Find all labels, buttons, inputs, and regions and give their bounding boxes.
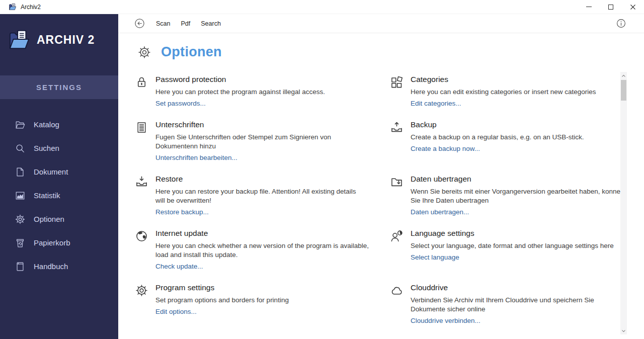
option-title: Restore (155, 175, 356, 184)
sidebar-item-papierkorb[interactable]: Papierkorb (0, 231, 118, 255)
sidebar-item-optionen[interactable]: Optionen (0, 207, 118, 231)
option-card-restore: Restore Here you can restore your backup… (135, 174, 390, 228)
option-card-password-protection: Password protection Here you can protect… (135, 74, 390, 119)
minimize-button[interactable] (578, 0, 600, 14)
sidebar-item-label: Optionen (34, 215, 64, 223)
option-title: Language settings (411, 229, 614, 238)
option-description: Set program options and borders for prin… (155, 296, 289, 305)
sidebar-item-suchen[interactable]: Suchen (0, 136, 118, 160)
sidebar-item-katalog[interactable]: Katalog (0, 113, 118, 136)
sidebar-item-label: Suchen (34, 144, 59, 152)
gear-icon (135, 284, 148, 297)
back-button[interactable] (134, 18, 145, 29)
title-bar: Archiv2 (0, 0, 644, 14)
option-title: Categories (411, 75, 596, 84)
globe-icon (135, 229, 148, 243)
backup-tray-up-icon (390, 121, 404, 134)
option-title: Unterschriften (155, 120, 331, 129)
info-button[interactable] (616, 18, 626, 29)
page-header: Optionen (137, 44, 644, 60)
sidebar-item-label: Papierkorb (34, 238, 70, 247)
scrollbar-down-button[interactable] (620, 327, 627, 334)
toolbar-item-search[interactable]: Search (201, 20, 221, 27)
edit-options-link[interactable]: Edit options... (155, 308, 197, 315)
sidebar-nav: Katalog Suchen Dokument Statistik Option… (0, 113, 118, 278)
option-description: Fugen Sie Unterschriften oder Stempel zu… (155, 133, 331, 151)
option-card-unterschriften: Unterschriften Fugen Sie Unterschriften … (135, 119, 390, 174)
option-description: Select your language, date format and ot… (411, 241, 614, 250)
sidebar-section-label: SETTINGS (36, 83, 82, 92)
option-title: Backup (411, 120, 584, 129)
page-title: Optionen (161, 44, 222, 60)
set-passwords-link[interactable]: Set passwords... (155, 100, 206, 107)
scrollbar-thumb[interactable] (621, 80, 626, 101)
categories-icon (390, 75, 404, 89)
search-icon (15, 143, 26, 154)
lock-icon (135, 75, 148, 89)
maximize-button[interactable] (600, 0, 622, 14)
scrollbar-up-button[interactable] (620, 72, 627, 79)
option-description: Here you can check whether a new version… (155, 241, 369, 260)
sidebar-item-handbuch[interactable]: Handbuch (0, 255, 118, 278)
edit-categories-link[interactable]: Edit categories... (411, 100, 461, 107)
option-title: Password protection (155, 75, 325, 84)
signature-document-icon (135, 121, 148, 134)
create-backup-link[interactable]: Create a backup now... (411, 145, 480, 152)
clouddrive-verbinden-link[interactable]: Clouddrive verbinden... (411, 317, 480, 324)
option-card-language-settings: Language settings Select your language, … (390, 228, 629, 282)
minimize-icon (586, 7, 592, 7)
folder-open-icon (15, 119, 26, 130)
app-logo-text: ARCHIV 2 (37, 33, 95, 47)
book-icon (15, 261, 26, 272)
option-title: Daten ubertragen (411, 175, 624, 184)
sidebar-item-label: Katalog (34, 120, 59, 129)
option-title: Clouddrive (411, 283, 594, 292)
toolbar-item-pdf[interactable]: Pdf (181, 20, 191, 27)
option-description: Verbinden Sie Archiv mit Ihrem Clouddriv… (411, 296, 594, 314)
info-icon (616, 18, 626, 29)
option-card-internet-update: Internet update Here you can check wheth… (135, 228, 390, 282)
vertical-scrollbar[interactable] (620, 72, 627, 334)
option-description: Create a backup on a regular basis, e.g.… (411, 133, 584, 142)
option-card-categories: Categories Here you can edit existing ca… (390, 74, 629, 119)
sidebar-section-settings[interactable]: SETTINGS (0, 75, 118, 99)
restore-tray-down-icon (135, 175, 148, 189)
option-title: Program settings (155, 283, 289, 292)
option-description: Here you can restore your backup file. A… (155, 187, 356, 205)
sidebar-item-label: Statistik (34, 191, 60, 200)
daten-ubertragen-link[interactable]: Daten ubertragen... (411, 208, 469, 216)
option-description: Here you can edit existing categories or… (411, 88, 596, 97)
app-logo: ARCHIV 2 (0, 14, 118, 50)
option-title: Internet update (155, 229, 369, 238)
sidebar-item-dokument[interactable]: Dokument (0, 160, 118, 184)
app-logo-icon (9, 3, 17, 11)
check-update-link[interactable]: Check update... (155, 263, 203, 270)
option-description: Wenn Sie bereits mit einer Vorgangervers… (411, 187, 624, 205)
chevron-up-icon (621, 74, 626, 77)
option-card-daten-ubertragen: Daten ubertragen Wenn Sie bereits mit ei… (390, 174, 629, 228)
cloud-icon (390, 284, 404, 297)
trash-icon (15, 237, 26, 248)
select-language-link[interactable]: Select language (411, 253, 459, 261)
window-controls (578, 0, 644, 14)
unterschriften-bearbeiten-link[interactable]: Unterschriften bearbeiten... (155, 154, 237, 161)
option-card-backup: Backup Create a backup on a regular basi… (390, 119, 629, 174)
close-button[interactable] (622, 0, 644, 14)
restore-backup-link[interactable]: Restore backup... (155, 208, 209, 216)
toolbar-item-scan[interactable]: Scan (156, 20, 171, 27)
option-card-program-settings: Program settings Set program options and… (135, 282, 390, 325)
sidebar: ARCHIV 2 SETTINGS Katalog Suchen Dokumen… (0, 14, 118, 339)
main-content: Optionen Password protection Here you ca… (118, 34, 644, 339)
gear-icon (137, 45, 151, 59)
person-globe-icon (390, 229, 404, 243)
sidebar-item-statistik[interactable]: Statistik (0, 184, 118, 207)
folder-transfer-icon (390, 175, 404, 189)
chevron-down-icon (621, 329, 626, 332)
option-card-clouddrive: Clouddrive Verbinden Sie Archiv mit Ihre… (390, 282, 629, 325)
toolbar: Scan Pdf Search (118, 14, 644, 33)
options-grid: Password protection Here you can protect… (135, 74, 644, 325)
sidebar-item-label: Handbuch (34, 262, 68, 271)
archiv-folder-logo-icon (8, 29, 31, 50)
maximize-icon (608, 5, 613, 10)
document-icon (15, 166, 26, 178)
